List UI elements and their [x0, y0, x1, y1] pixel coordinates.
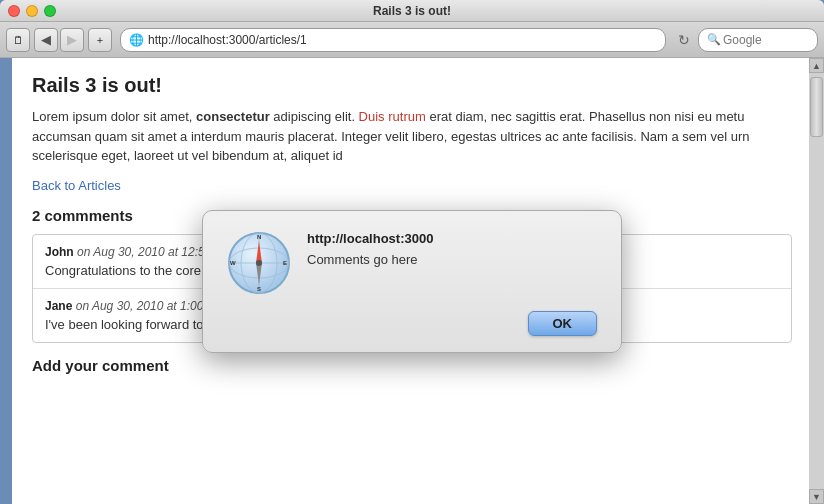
- search-icon: 🔍: [707, 33, 721, 46]
- comment-author: Jane: [45, 299, 72, 313]
- svg-text:E: E: [283, 260, 287, 266]
- svg-text:S: S: [257, 286, 261, 292]
- add-comment-heading: Add your comment: [32, 357, 792, 374]
- svg-text:N: N: [257, 234, 261, 240]
- titlebar: Rails 3 is out!: [0, 0, 824, 22]
- scrollbar: ▲ ▼: [809, 58, 824, 504]
- alert-dialog: N S W E http://localhost:3000 Comments g…: [202, 210, 622, 353]
- article-title: Rails 3 is out!: [32, 74, 792, 97]
- browser-window: Rails 3 is out! 🗒 ◀ ▶ + 🌐 ↻ 🔍: [0, 0, 824, 504]
- dialog-content: N S W E http://localhost:3000 Comments g…: [227, 231, 597, 295]
- close-button[interactable]: [8, 5, 20, 17]
- article-body: Lorem ipsum dolor sit amet, consectetur …: [32, 107, 792, 166]
- bookmark-icon: 🗒: [13, 34, 24, 46]
- dialog-message: Comments go here: [307, 252, 597, 267]
- address-bar[interactable]: 🌐: [120, 28, 666, 52]
- add-tab-icon: +: [97, 34, 103, 46]
- window-controls: [8, 5, 56, 17]
- back-icon: ◀: [41, 32, 51, 47]
- scroll-down-button[interactable]: ▼: [809, 489, 824, 504]
- dialog-actions: OK: [227, 311, 597, 336]
- scroll-up-button[interactable]: ▲: [809, 58, 824, 73]
- dialog-ok-button[interactable]: OK: [528, 311, 598, 336]
- bookmark-button[interactable]: 🗒: [6, 28, 30, 52]
- url-icon: 🌐: [129, 33, 144, 47]
- forward-button[interactable]: ▶: [60, 28, 84, 52]
- scrollbar-track[interactable]: [809, 73, 824, 489]
- add-tab-button[interactable]: +: [88, 28, 112, 52]
- comment-author: John: [45, 245, 74, 259]
- reload-button[interactable]: ↻: [678, 32, 690, 48]
- dialog-url: http://localhost:3000: [307, 231, 597, 246]
- article-link[interactable]: Duis rutrum: [359, 109, 426, 124]
- window-title: Rails 3 is out!: [373, 4, 451, 18]
- maximize-button[interactable]: [44, 5, 56, 17]
- back-button[interactable]: ◀: [34, 28, 58, 52]
- search-bar[interactable]: 🔍: [698, 28, 818, 52]
- dialog-text: http://localhost:3000 Comments go here: [307, 231, 597, 267]
- svg-point-7: [256, 260, 262, 266]
- safari-icon: N S W E: [227, 231, 291, 295]
- nav-buttons: ◀ ▶: [34, 28, 84, 52]
- search-input[interactable]: [723, 33, 803, 47]
- forward-icon: ▶: [67, 32, 77, 47]
- svg-text:W: W: [230, 260, 236, 266]
- url-input[interactable]: [148, 33, 657, 47]
- scrollbar-thumb[interactable]: [810, 77, 823, 137]
- content-area: Rails 3 is out! Lorem ipsum dolor sit am…: [0, 58, 824, 504]
- minimize-button[interactable]: [26, 5, 38, 17]
- back-to-articles-link[interactable]: Back to Articles: [32, 178, 121, 193]
- toolbar: 🗒 ◀ ▶ + 🌐 ↻ 🔍: [0, 22, 824, 58]
